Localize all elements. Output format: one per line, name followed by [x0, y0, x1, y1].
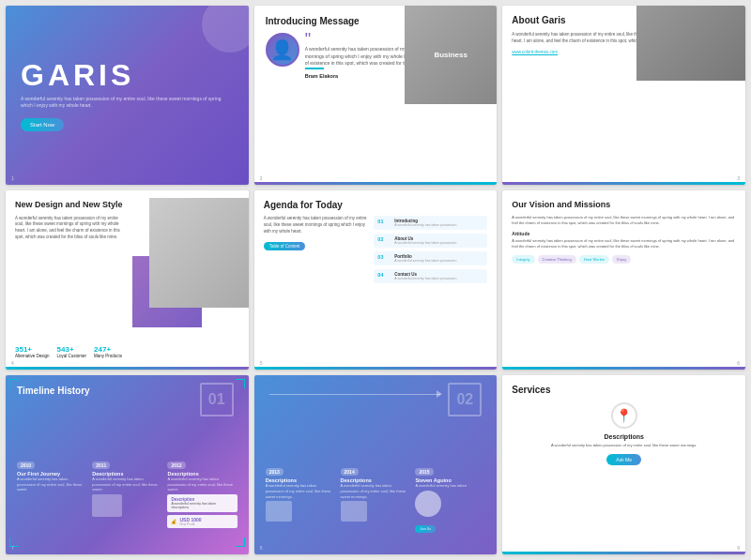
tl-card-text: A wonderful serenity has taken descripti…: [171, 502, 233, 509]
tl2-year-1: 2013: [266, 468, 284, 476]
author-divider: [305, 68, 324, 69]
tl2-text-2: A wonderful serenity has taken possessio…: [341, 483, 411, 499]
corner-bracket-tl: [9, 379, 19, 388]
tl-text-1: A wonderful serenity has taken possessio…: [17, 477, 86, 492]
slide-9-services: Services 📍 Descriptions A wonderful sere…: [502, 375, 745, 554]
corner-bracket-br: [236, 537, 245, 547]
timeline-big-number: 01: [200, 383, 234, 416]
tl-year-3: 2012: [167, 462, 185, 469]
timeline-items: 2010 Our First Journey A wonderful seren…: [17, 454, 238, 528]
stat-3: 247+ Many Products: [94, 345, 122, 358]
tl2-item-1: 2013 Descriptions A wonderful serenity h…: [266, 461, 336, 522]
bottom-accent-bar-5: [254, 367, 498, 370]
tl-item-3: 2012 Descriptions A wonderful serenity h…: [167, 454, 237, 528]
agenda-right: 01 Introducing A wonderful serenity has …: [374, 216, 487, 362]
slide-number-5: 5: [260, 360, 263, 366]
dollar-icon: 💰: [171, 519, 176, 524]
person-icon: 👤: [270, 38, 294, 61]
tl-item-2: 2011 Descriptions A wonderful serenity h…: [92, 454, 161, 517]
corner-bracket-tr: [236, 379, 245, 388]
tl2-photo-2: [341, 501, 367, 522]
agenda-left: A wonderful serenity has taken possessio…: [264, 216, 369, 362]
slide-8-timeline2: 02 2013 Descriptions A wonderful serenit…: [254, 375, 498, 554]
tags-row: Integrity Creative Thinking Hard Worker …: [512, 255, 736, 264]
arrow-line: [269, 394, 441, 395]
agenda-content-4: Contact Us A wonderful serenity has take…: [394, 272, 456, 280]
timeline2-big-number: 02: [448, 383, 482, 416]
service-card-text: A wonderful serenity has taken possessio…: [512, 443, 736, 448]
agenda-item-1: 01 Introducing A wonderful serenity has …: [374, 216, 487, 230]
about-image-content: [636, 6, 745, 81]
slide-5-agenda: Agenda for Today A wonderful serenity ha…: [254, 190, 498, 370]
brand-title: GARIS: [21, 60, 234, 90]
services-title: Services: [512, 385, 736, 395]
bottom-accent-bar-4: [6, 367, 249, 370]
tl-item-1: 2010 Our First Journey A wonderful seren…: [17, 454, 86, 492]
agenda-text: A wonderful serenity has taken possessio…: [264, 216, 369, 235]
slide-3-about: About Garis A wonderful serenity has tak…: [502, 6, 745, 185]
agenda-content: A wonderful serenity has taken possessio…: [264, 216, 488, 362]
tl2-item-2: 2014 Descriptions A wonderful serenity h…: [341, 461, 411, 522]
agenda-content-2: About Us A wonderful serenity has taken …: [394, 236, 456, 245]
stat-label-3: Many Products: [94, 354, 122, 358]
slides-grid: GARIS A wonderful serenity has taken pos…: [0, 0, 751, 560]
slide-2-introducing: Business Introducing Message 👤 " A wonde…: [254, 6, 498, 185]
stat-num-2: 543+: [57, 345, 87, 354]
start-button[interactable]: Start Now: [21, 118, 64, 131]
tl2-year-3: 2015: [415, 468, 433, 476]
service-card-title: Descriptions: [512, 433, 736, 440]
tagline-text: A wonderful serenity has taken possessio…: [21, 96, 234, 109]
tl2-text-1: A wonderful serenity has taken possessio…: [266, 483, 336, 499]
table-of-content-button[interactable]: Table of Content: [264, 242, 306, 250]
slide-number-1: 1: [11, 175, 14, 181]
agenda-sub-1: A wonderful serenity has taken possessio…: [394, 223, 456, 227]
stat-label-2: Loyal Customer: [57, 354, 87, 358]
slide-number-9: 9: [737, 545, 740, 551]
agenda-num-3: 03: [377, 254, 391, 260]
agenda-content-1: Introducing A wonderful serenity has tak…: [394, 219, 456, 227]
stat-2: 543+ Loyal Customer: [57, 345, 87, 358]
slide-2-title: Introducing Message: [266, 15, 387, 27]
ask-me-button[interactable]: Ask Me: [606, 454, 641, 465]
tl2-item-3: 2015 Steven Aguino A wonderful serenity …: [415, 461, 485, 534]
slide-6-vision: Our Vision and Missions A wonderful sere…: [502, 190, 745, 370]
timeline-title: Timeline History: [17, 385, 116, 397]
agenda-sub-4: A wonderful serenity has taken possessio…: [394, 277, 456, 280]
tl2-photo-1: [266, 501, 292, 522]
tl-text-2: A wonderful serenity has taken possessio…: [92, 477, 161, 492]
agenda-item-4: 04 Contact Us A wonderful serenity has t…: [374, 269, 487, 283]
stat-1: 351+ Alternative Design: [15, 345, 50, 358]
bottom-accent-bar-3: [502, 182, 745, 185]
tag-integrity: Integrity: [512, 255, 534, 264]
vision-title: Our Vision and Missions: [512, 200, 736, 211]
image-content: Business: [405, 6, 497, 104]
agenda-sub-2: A wonderful serenity has taken possessio…: [394, 241, 456, 245]
attitude-label: Attitude: [512, 231, 736, 236]
agenda-num-4: 04: [377, 272, 391, 278]
agenda-num-1: 01: [377, 219, 391, 224]
agenda-sub-3: A wonderful serenity has taken possessio…: [394, 259, 456, 263]
slide-4-newdesign: New Design and New Style A wonderful ser…: [6, 190, 249, 370]
slide-number-7: 7: [11, 545, 14, 551]
slide-1-hero: GARIS A wonderful serenity has taken pos…: [6, 6, 249, 185]
agenda-content-3: Portfolio A wonderful serenity has taken…: [394, 254, 456, 263]
usd-info: USD 1000 First Profit: [179, 517, 201, 526]
slide-number-4: 4: [11, 360, 14, 366]
tl-card: Description A wonderful serenity has tak…: [167, 494, 237, 512]
tl-photo-2: [92, 494, 122, 517]
slide-number-6: 6: [737, 360, 740, 366]
tl-year-2: 2011: [92, 462, 110, 469]
tl-text-3: A wonderful serenity has taken possessio…: [167, 477, 237, 492]
tag-enjoy: Enjoy: [612, 255, 631, 264]
header-image: Business: [405, 6, 497, 104]
join-us-button[interactable]: Join Us: [415, 525, 436, 533]
bottom-accent-bar: [254, 182, 498, 185]
slide-number-3: 3: [737, 175, 740, 181]
bottom-accent-bar-9: [502, 552, 745, 554]
design-text: A wonderful serenity has taken possessio…: [15, 216, 127, 241]
tl2-year-2: 2014: [341, 468, 359, 476]
tag-hardworker: Hard Worker: [579, 255, 610, 264]
tl-year-1: 2010: [17, 462, 35, 469]
design-title: New Design and New Style: [15, 200, 127, 211]
stats-row: 351+ Alternative Design 543+ Loyal Custo…: [15, 345, 122, 358]
